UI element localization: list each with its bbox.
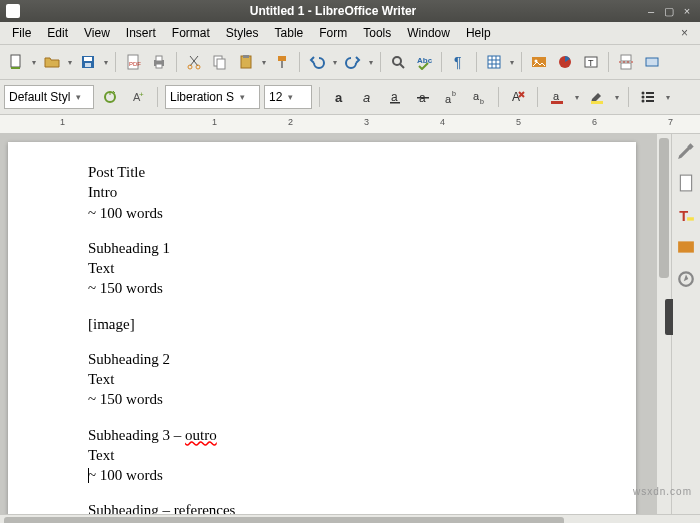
menu-styles[interactable]: Styles	[218, 24, 267, 42]
font-name-value: Liberation S	[170, 90, 234, 104]
minimize-button[interactable]: –	[644, 4, 658, 18]
font-color-dropdown[interactable]: ▾	[573, 93, 581, 102]
watermark: wsxdn.com	[633, 486, 692, 497]
insert-image-button[interactable]	[527, 50, 551, 74]
clear-formatting-button[interactable]: A	[506, 85, 530, 109]
menu-window[interactable]: Window	[399, 24, 458, 42]
text-line[interactable]: Subheading 2	[88, 349, 556, 369]
sidebar-styles-icon[interactable]: T	[675, 204, 697, 226]
font-size-combo[interactable]: 12▾	[264, 85, 312, 109]
menu-edit[interactable]: Edit	[39, 24, 76, 42]
scrollbar-thumb[interactable]	[659, 138, 669, 278]
italic-button[interactable]: a	[355, 85, 379, 109]
svg-text:a: a	[445, 93, 452, 105]
new-button[interactable]	[4, 50, 28, 74]
underline-button[interactable]: a	[383, 85, 407, 109]
menu-insert[interactable]: Insert	[118, 24, 164, 42]
undo-dropdown[interactable]: ▾	[331, 58, 339, 67]
sidebar-navigator-icon[interactable]	[675, 268, 697, 290]
bold-button[interactable]: a	[327, 85, 351, 109]
text-line[interactable]: Subheading 3 – outro	[88, 425, 556, 445]
save-button[interactable]	[76, 50, 100, 74]
svg-rect-16	[278, 56, 286, 61]
new-style-button[interactable]: A+	[126, 85, 150, 109]
menu-format[interactable]: Format	[164, 24, 218, 42]
find-button[interactable]	[386, 50, 410, 74]
formatting-marks-button[interactable]: ¶	[447, 50, 471, 74]
font-name-combo[interactable]: Liberation S▾	[165, 85, 260, 109]
horizontal-ruler[interactable]: 11234567	[0, 115, 700, 134]
redo-button[interactable]	[341, 50, 365, 74]
svg-text:A: A	[512, 90, 520, 104]
strikethrough-button[interactable]: a	[411, 85, 435, 109]
insert-textbox-button[interactable]: T	[579, 50, 603, 74]
insert-field-button[interactable]	[640, 50, 664, 74]
sidebar-page-icon[interactable]	[675, 172, 697, 194]
undo-button[interactable]	[305, 50, 329, 74]
maximize-button[interactable]: ▢	[662, 4, 676, 18]
svg-text:b: b	[452, 90, 456, 97]
text-line[interactable]: Subheading – references	[88, 500, 556, 514]
save-dropdown[interactable]: ▾	[102, 58, 110, 67]
text-line[interactable]: Intro	[88, 182, 556, 202]
horizontal-scrollbar[interactable]	[0, 514, 700, 523]
update-style-button[interactable]	[98, 85, 122, 109]
menu-table[interactable]: Table	[267, 24, 312, 42]
close-window-button[interactable]: ×	[680, 4, 694, 18]
print-button[interactable]	[147, 50, 171, 74]
svg-text:a: a	[391, 90, 398, 104]
bullet-list-button[interactable]	[636, 85, 660, 109]
insert-page-break-button[interactable]	[614, 50, 638, 74]
svg-rect-0	[11, 55, 20, 67]
open-dropdown[interactable]: ▾	[66, 58, 74, 67]
text-line[interactable]: Subheading 1	[88, 238, 556, 258]
sidebar-expand-handle[interactable]	[665, 299, 673, 335]
text-line[interactable]: ~ 100 words	[88, 465, 556, 485]
insert-chart-button[interactable]	[553, 50, 577, 74]
text-line[interactable]: ~ 150 words	[88, 278, 556, 298]
bullet-list-dropdown[interactable]: ▾	[664, 93, 672, 102]
copy-button[interactable]	[208, 50, 232, 74]
svg-point-51	[642, 100, 645, 103]
menu-view[interactable]: View	[76, 24, 118, 42]
svg-rect-3	[84, 57, 92, 61]
export-pdf-button[interactable]: PDF	[121, 50, 145, 74]
sidebar-gallery-icon[interactable]	[675, 236, 697, 258]
highlight-button[interactable]	[585, 85, 609, 109]
menu-form[interactable]: Form	[311, 24, 355, 42]
menu-tools[interactable]: Tools	[355, 24, 399, 42]
document-scroll[interactable]: Post TitleIntro~ 100 wordsSubheading 1Te…	[0, 134, 656, 514]
page[interactable]: Post TitleIntro~ 100 wordsSubheading 1Te…	[8, 142, 636, 514]
text-line[interactable]: Post Title	[88, 162, 556, 182]
scrollbar-thumb[interactable]	[4, 517, 564, 523]
text-line[interactable]: [image]	[88, 314, 556, 334]
insert-table-button[interactable]	[482, 50, 506, 74]
table-dropdown[interactable]: ▾	[508, 58, 516, 67]
redo-dropdown[interactable]: ▾	[367, 58, 375, 67]
cut-button[interactable]	[182, 50, 206, 74]
superscript-button[interactable]: ab	[439, 85, 463, 109]
separator	[537, 87, 538, 107]
font-color-button[interactable]: a	[545, 85, 569, 109]
menu-file[interactable]: File	[4, 24, 39, 42]
text-line[interactable]: ~ 100 words	[88, 203, 556, 223]
menu-help[interactable]: Help	[458, 24, 499, 42]
text-line[interactable]: Text	[88, 445, 556, 465]
document-close-button[interactable]: ×	[673, 24, 696, 42]
paste-button[interactable]	[234, 50, 258, 74]
text-line[interactable]: Text	[88, 369, 556, 389]
open-button[interactable]	[40, 50, 64, 74]
new-dropdown[interactable]: ▾	[30, 58, 38, 67]
text-line[interactable]: Text	[88, 258, 556, 278]
paste-dropdown[interactable]: ▾	[260, 58, 268, 67]
vertical-scrollbar[interactable]	[656, 134, 671, 514]
highlight-dropdown[interactable]: ▾	[613, 93, 621, 102]
sidebar-properties-icon[interactable]	[675, 140, 697, 162]
spellcheck-button[interactable]: Abc	[412, 50, 436, 74]
paragraph-style-combo[interactable]: Default Styl▾	[4, 85, 94, 109]
subscript-button[interactable]: ab	[467, 85, 491, 109]
separator	[299, 52, 300, 72]
clone-formatting-button[interactable]	[270, 50, 294, 74]
svg-text:Abc: Abc	[417, 56, 432, 65]
text-line[interactable]: ~ 150 words	[88, 389, 556, 409]
